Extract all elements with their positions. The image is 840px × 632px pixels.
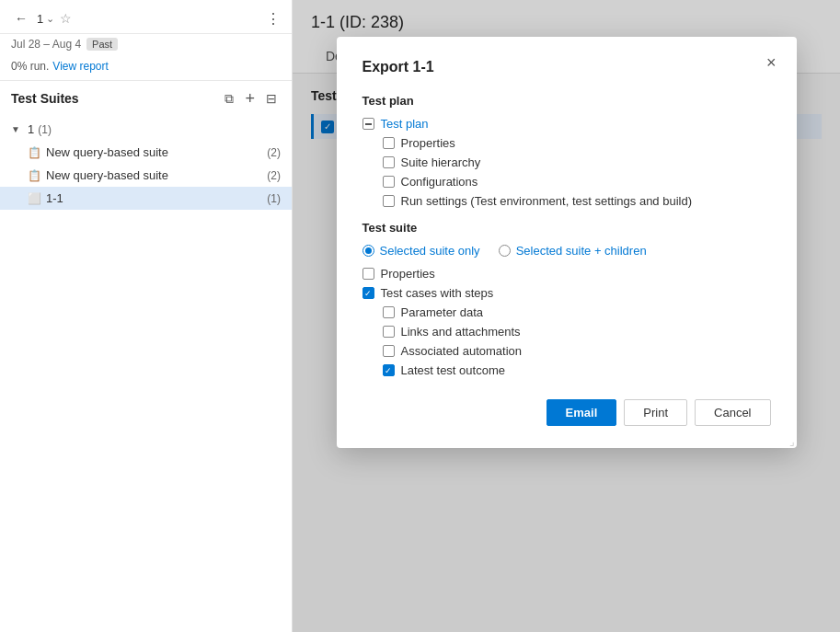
suite-item-2-count: (2) [267,169,281,182]
suites-actions: ⧉ + ⊟ [221,88,281,109]
configurations-checkbox-icon [383,176,395,188]
checkbox-suite-properties[interactable]: Properties [362,267,771,281]
suite-hierarchy-label: Suite hierarchy [401,155,481,169]
radio-selected-children-icon [499,245,511,257]
properties-checkbox-icon [383,137,395,149]
resize-handle[interactable]: ⌟ [784,435,797,448]
test-cases-steps-checkbox-icon: ✓ [362,287,374,299]
suite-item-1[interactable]: 📋 New query-based suite (2) [0,141,292,164]
latest-test-outcome-checkbox-icon: ✓ [383,364,395,376]
checkbox-links-attachments[interactable]: Links and attachments [362,325,771,339]
email-button[interactable]: Email [547,399,617,426]
print-button[interactable]: Print [624,399,687,426]
query-suite-icon-1: 📋 [26,146,42,159]
cancel-button[interactable]: Cancel [695,399,770,426]
checkbox-test-cases-steps[interactable]: ✓ Test cases with steps [362,286,771,300]
radio-selected-children-label: Selected suite + children [516,244,647,258]
star-icon[interactable]: ☆ [60,11,72,26]
checkbox-latest-test-outcome[interactable]: ✓ Latest test outcome [362,363,771,377]
links-attachments-label: Links and attachments [401,325,521,339]
test-plan-section-title: Test plan [362,94,771,108]
suite-item-root[interactable]: ▼ 1 (1) [0,118,292,141]
run-settings-checkbox-icon [383,195,395,207]
test-plan-checkbox-icon [362,118,374,130]
properties-label: Properties [401,136,455,150]
suite-tree: ▼ 1 (1) 📋 New query-based suite (2) 📋 Ne… [0,114,292,632]
progress-row: 0% run. View report [0,58,292,80]
view-report-link[interactable]: View report [52,60,108,73]
suite-hierarchy-checkbox-icon [383,156,395,168]
suite-item-3-label: 1-1 [46,191,263,205]
parameter-data-checkbox-icon [383,306,395,318]
checkbox-configurations[interactable]: Configurations [362,175,771,189]
chevron-down-icon: ⌄ [46,13,54,25]
checkbox-parameter-data[interactable]: Parameter data [362,305,771,319]
sidebar: ← 1 ⌄ ☆ ⋮ Jul 28 – Aug 4 Past 0% run. Vi… [0,0,293,632]
test-cases-steps-label: Test cases with steps [381,286,494,300]
sprint-info: Jul 28 – Aug 4 Past [0,34,292,58]
latest-test-outcome-label: Latest test outcome [401,363,505,377]
configurations-label: Configurations [401,175,478,189]
modal-title: Export 1-1 [362,59,771,75]
run-settings-label: Run settings (Test environment, test set… [401,194,693,208]
parameter-data-label: Parameter data [401,305,484,319]
suite-item-2-label: New query-based suite [46,168,263,182]
modal-overlay: Export 1-1 × Test plan Test plan Propert… [293,0,840,632]
sprint-number: 1 [37,12,43,26]
modal-footer: Email Print Cancel [362,399,771,426]
add-suite-button[interactable]: + [241,88,259,109]
copy-suite-button[interactable]: ⧉ [221,88,237,109]
nav-arrows: ← [11,9,31,28]
collapse-suite-button[interactable]: ⊟ [262,88,281,109]
radio-selected-children[interactable]: Selected suite + children [499,244,647,258]
sprint-selector[interactable]: 1 ⌄ [37,12,54,26]
sidebar-header: ← 1 ⌄ ☆ ⋮ [0,0,292,34]
expand-icon: ▼ [11,124,24,134]
suite-item-2[interactable]: 📋 New query-based suite (2) [0,164,292,187]
checkbox-test-plan[interactable]: Test plan [362,117,771,131]
checkbox-suite-hierarchy[interactable]: Suite hierarchy [362,155,771,169]
modal-close-button[interactable]: × [761,52,782,75]
radio-selected-only-label: Selected suite only [380,244,480,258]
suite-item-3-count: (1) [267,192,281,205]
progress-text: 0% run. [11,60,49,73]
associated-automation-checkbox-icon [383,345,395,357]
test-plan-label: Test plan [381,117,429,131]
suite-item-3[interactable]: ⬜ 1-1 (1) [0,187,292,210]
radio-selected-only-icon [362,245,374,257]
suite-item-1-label: New query-based suite [46,145,263,159]
query-suite-icon-2: 📋 [26,169,42,182]
suite-item-root-count: (1) [38,123,52,136]
suite-properties-checkbox-icon [362,268,374,280]
back-button[interactable]: ← [11,9,31,28]
radio-group: Selected suite only Selected suite + chi… [362,244,771,258]
suite-item-root-label: 1 [28,122,34,136]
associated-automation-label: Associated automation [401,344,523,358]
suites-title: Test Suites [11,91,79,106]
static-suite-icon: ⬜ [26,192,42,205]
more-icon[interactable]: ⋮ [266,10,281,28]
date-range: Jul 28 – Aug 4 [11,38,81,51]
checkbox-run-settings[interactable]: Run settings (Test environment, test set… [362,194,771,208]
main-content: 1-1 (ID: 238) Define Execute Chart Test … [293,0,840,632]
past-badge: Past [86,38,118,51]
export-modal: Export 1-1 × Test plan Test plan Propert… [337,37,797,448]
suite-properties-label: Properties [381,267,435,281]
radio-selected-only[interactable]: Selected suite only [362,244,480,258]
checkbox-associated-automation[interactable]: Associated automation [362,344,771,358]
checkbox-properties[interactable]: Properties [362,136,771,150]
links-attachments-checkbox-icon [383,326,395,338]
suite-item-1-count: (2) [267,146,281,159]
test-suite-section-title: Test suite [362,221,771,235]
suites-header: Test Suites ⧉ + ⊟ [0,80,292,114]
